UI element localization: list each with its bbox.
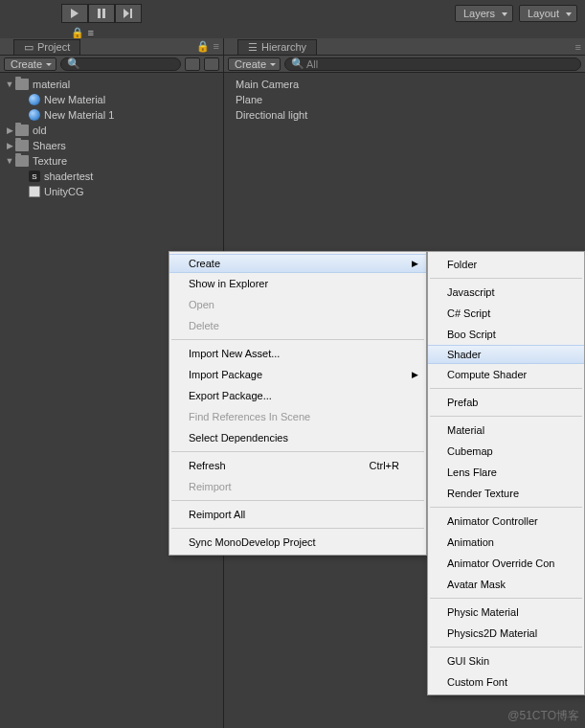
menu-item[interactable]: Physics2D Material bbox=[428, 623, 584, 644]
lock-icon[interactable]: 🔒 bbox=[71, 27, 84, 39]
save-search-button[interactable] bbox=[204, 57, 219, 71]
menu-item[interactable]: Import New Asset... bbox=[169, 343, 426, 364]
menu-separator bbox=[171, 451, 424, 452]
menu-item[interactable]: Import Package bbox=[169, 364, 426, 385]
main-toolbar: Layers Layout bbox=[0, 0, 585, 27]
project-search-input[interactable]: 🔍 bbox=[60, 57, 181, 71]
menu-item-label: Import Package bbox=[189, 369, 262, 380]
layout-label: Layout bbox=[528, 8, 559, 19]
tree-item[interactable]: Texture bbox=[0, 153, 223, 169]
menu-item-label: Avatar Mask bbox=[447, 579, 506, 590]
layers-label: Layers bbox=[463, 8, 495, 19]
context-menu-main[interactable]: CreateShow in ExplorerOpenDeleteImport N… bbox=[169, 251, 427, 556]
hierarchy-item[interactable]: Plane bbox=[232, 92, 577, 107]
menu-item-label: Shader bbox=[447, 349, 481, 360]
tree-item-label: old bbox=[33, 125, 47, 136]
menu-item[interactable]: Lens Flare bbox=[428, 462, 584, 483]
menu-item[interactable]: RefreshCtrl+R bbox=[169, 455, 426, 476]
tree-item-label: shadertest bbox=[44, 171, 93, 182]
tree-item[interactable]: New Material 1 bbox=[0, 107, 223, 123]
tree-item[interactable]: old bbox=[0, 123, 223, 138]
step-button[interactable] bbox=[115, 4, 142, 23]
folder-icon bbox=[15, 79, 29, 90]
menu-item-shortcut: Ctrl+R bbox=[370, 460, 399, 471]
panel-menu-icon[interactable]: ≡ bbox=[214, 40, 219, 53]
menu-separator bbox=[430, 278, 582, 279]
menu-item[interactable]: Shader bbox=[428, 345, 584, 364]
menu-item[interactable]: Javascript bbox=[428, 282, 584, 303]
menu-item-label: Lens Flare bbox=[447, 466, 497, 478]
tree-item[interactable]: New Material bbox=[0, 92, 223, 107]
menu-item[interactable]: Animator Controller bbox=[428, 511, 584, 532]
menu-item[interactable]: Render Texture bbox=[428, 483, 584, 504]
menu-item[interactable]: Material bbox=[428, 420, 584, 441]
menu-item-label: Refresh bbox=[189, 460, 226, 471]
menu-item[interactable]: Custom Font bbox=[428, 671, 584, 693]
menu-item[interactable]: Cubemap bbox=[428, 441, 584, 462]
tree-item[interactable]: Shaers bbox=[0, 138, 223, 153]
tree-item[interactable]: material bbox=[0, 77, 223, 92]
hierarchy-item[interactable]: Main Camera bbox=[232, 77, 577, 92]
expand-arrow-icon[interactable] bbox=[4, 125, 15, 135]
menu-item[interactable]: Physic Material bbox=[428, 602, 584, 623]
lock-icon[interactable]: 🔒 bbox=[196, 40, 210, 53]
menu-item-label: Custom Font bbox=[447, 676, 507, 688]
context-menu-create-submenu[interactable]: FolderJavascriptC# ScriptBoo ScriptShade… bbox=[427, 251, 585, 695]
folder-icon bbox=[15, 140, 29, 151]
menu-item[interactable]: Animation bbox=[428, 532, 584, 553]
folder-icon bbox=[15, 125, 29, 136]
menu-item-label: Boo Script bbox=[447, 329, 496, 340]
hierarchy-list: Main CameraPlaneDirectional light bbox=[224, 73, 585, 126]
menu-item[interactable]: Create bbox=[169, 254, 426, 273]
play-controls bbox=[61, 4, 142, 23]
panel-menu-icon[interactable]: ≡ bbox=[575, 41, 581, 53]
panel-menu-icon[interactable]: ≡ bbox=[88, 27, 94, 38]
menu-item-label: Show in Explorer bbox=[189, 278, 268, 289]
menu-separator bbox=[430, 647, 582, 648]
svg-rect-1 bbox=[102, 9, 105, 18]
menu-item-label: Folder bbox=[447, 259, 477, 270]
tree-item-label: New Material 1 bbox=[44, 109, 114, 121]
menu-item[interactable]: Compute Shader bbox=[428, 364, 584, 385]
expand-arrow-icon[interactable] bbox=[4, 141, 15, 150]
layers-dropdown[interactable]: Layers bbox=[455, 5, 513, 22]
hierarchy-item[interactable]: Directional light bbox=[232, 107, 577, 123]
hierarchy-search-input[interactable]: 🔍All bbox=[284, 57, 581, 71]
menu-item-label: Compute Shader bbox=[447, 369, 527, 380]
layout-dropdown[interactable]: Layout bbox=[519, 5, 577, 22]
menu-item-label: Find References In Scene bbox=[189, 411, 310, 422]
hierarchy-create-button[interactable]: Create bbox=[228, 57, 281, 71]
menu-item[interactable]: Boo Script bbox=[428, 324, 584, 345]
expand-arrow-icon[interactable] bbox=[4, 80, 15, 89]
filter-button[interactable] bbox=[185, 57, 200, 71]
menu-item[interactable]: Select Dependencies bbox=[169, 427, 426, 448]
material-icon bbox=[29, 94, 40, 105]
tree-item[interactable]: UnityCG bbox=[0, 184, 223, 199]
hierarchy-tab[interactable]: ☰ Hierarchy bbox=[237, 39, 317, 55]
hierarchy-tab-label: Hierarchy bbox=[261, 41, 306, 53]
menu-item[interactable]: GUI Skin bbox=[428, 650, 584, 671]
menu-item[interactable]: Prefab bbox=[428, 392, 584, 413]
tree-item[interactable]: Sshadertest bbox=[0, 169, 223, 184]
project-create-button[interactable]: Create bbox=[4, 57, 56, 71]
tree-item-label: New Material bbox=[44, 94, 105, 105]
tree-item-label: Texture bbox=[33, 155, 67, 167]
menu-item: Find References In Scene bbox=[169, 406, 426, 427]
menu-item[interactable]: Export Package... bbox=[169, 385, 426, 406]
menu-item[interactable]: Reimport All bbox=[169, 504, 426, 525]
menu-item[interactable]: Folder bbox=[428, 254, 584, 275]
menu-item[interactable]: C# Script bbox=[428, 303, 584, 324]
menu-item[interactable]: Sync MonoDevelop Project bbox=[169, 532, 426, 553]
pause-button[interactable] bbox=[88, 4, 115, 23]
menu-item: Delete bbox=[169, 315, 426, 336]
menu-item[interactable]: Animator Override Con bbox=[428, 553, 584, 574]
project-tab[interactable]: ▭ Project bbox=[13, 39, 80, 55]
menu-item-label: Animation bbox=[447, 536, 494, 548]
expand-arrow-icon[interactable] bbox=[4, 156, 15, 166]
menu-item[interactable]: Show in Explorer bbox=[169, 273, 426, 294]
menu-item-label: Physics2D Material bbox=[447, 627, 537, 639]
menu-item-label: Reimport All bbox=[189, 509, 245, 520]
menu-item[interactable]: Avatar Mask bbox=[428, 574, 584, 595]
play-button[interactable] bbox=[61, 4, 88, 23]
menu-item-label: Reimport bbox=[189, 481, 232, 492]
